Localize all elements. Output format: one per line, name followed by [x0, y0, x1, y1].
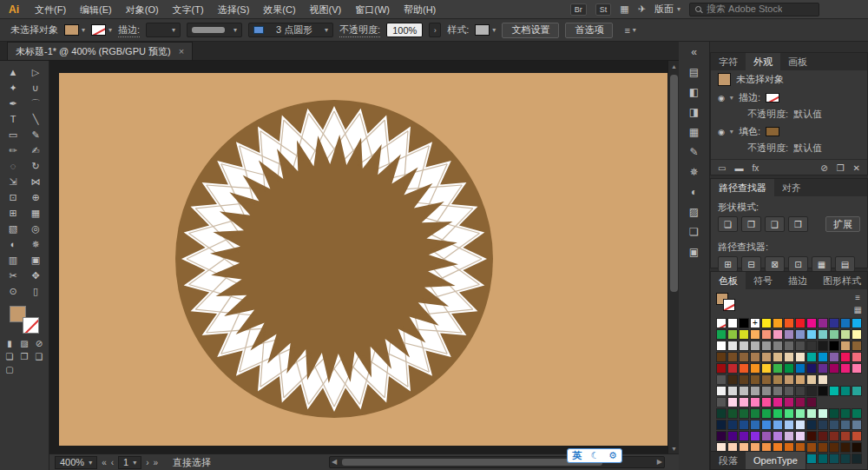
opacity-dropdown-button[interactable]: ›: [429, 23, 441, 37]
shaper-tool[interactable]: ✍: [24, 142, 47, 158]
swatch-b3b3b3[interactable]: [750, 341, 760, 351]
swatch-8393ca[interactable]: [795, 329, 806, 340]
swatch-ead1f5[interactable]: [795, 431, 806, 441]
swatch-000000[interactable]: [739, 318, 749, 328]
swatch-ffe81a[interactable]: [761, 318, 772, 328]
duplicate-item-icon[interactable]: ❐: [837, 163, 845, 173]
swatch-c4df9b[interactable]: [840, 329, 851, 340]
artboard[interactable]: [59, 73, 670, 446]
visibility-eye-icon[interactable]: ◉: [718, 94, 725, 103]
bridge-button[interactable]: Br: [570, 3, 587, 16]
swatch-b57edc[interactable]: [773, 431, 783, 441]
swatch-009245[interactable]: [784, 363, 794, 374]
tab-pathfinder[interactable]: 路径查找器: [711, 179, 774, 196]
swatch-d8d8d8[interactable]: [727, 386, 738, 396]
swatch-6dcff6[interactable]: [806, 329, 817, 340]
zoom-level-dropdown[interactable]: 400% ▾: [55, 456, 97, 469]
chevron-down-icon[interactable]: ▾: [730, 94, 733, 102]
rotate-tool[interactable]: ↻: [24, 158, 47, 174]
draw-behind-button[interactable]: ❐: [17, 350, 31, 362]
color-group-folder-icon[interactable]: [716, 397, 727, 407]
artboard-number-dropdown[interactable]: 1 ▾: [118, 456, 141, 469]
swatch-9e0b0f[interactable]: [716, 363, 727, 374]
swatch-f26d7d[interactable]: [852, 352, 862, 362]
tab-stroke[interactable]: 描边: [780, 272, 815, 289]
swatch-166534[interactable]: [739, 408, 749, 419]
magic-wand-tool[interactable]: ✦: [2, 80, 24, 96]
trim-button[interactable]: ⊟: [741, 256, 761, 272]
swatch-c49a6c[interactable]: [784, 374, 794, 385]
swatch-a3c7f4[interactable]: [784, 420, 794, 430]
swatch-a03b27[interactable]: [840, 431, 851, 441]
last-artboard-button[interactable]: »: [154, 458, 159, 467]
swatch-f2f2f2[interactable]: [716, 386, 727, 396]
opacity-panel-link[interactable]: 不透明度:: [339, 23, 380, 37]
swatch-00a99d[interactable]: [806, 352, 817, 362]
grid-view-icon[interactable]: ▦: [854, 305, 862, 314]
menu-effect[interactable]: 效果(C): [256, 0, 302, 19]
ime-settings-gear-icon[interactable]: ⚙: [608, 449, 617, 462]
swatches-panel-icon[interactable]: ▦: [689, 126, 699, 138]
mesh-tool[interactable]: ▦: [24, 205, 47, 221]
eyedropper-tool[interactable]: ◎: [24, 221, 47, 236]
swatch-cccccc[interactable]: [739, 341, 749, 351]
swatch-d2a46f[interactable]: [795, 374, 806, 385]
share-icon[interactable]: ✈: [638, 3, 646, 15]
swatch-16a34a[interactable]: [761, 408, 772, 419]
swatch-808080[interactable]: [773, 341, 783, 351]
next-artboard-button[interactable]: ›: [146, 458, 148, 467]
swatch-ff7fbf[interactable]: [750, 397, 760, 407]
tab-graphic-styles[interactable]: 图形样式: [815, 272, 868, 289]
swatch-26a69a[interactable]: [852, 386, 862, 396]
swatch-8b6334[interactable]: [761, 374, 772, 385]
workspace-switcher[interactable]: 版面 ▾: [654, 3, 681, 16]
tab-opentype[interactable]: OpenType: [746, 452, 806, 469]
artboard-tool[interactable]: ▣: [24, 252, 47, 268]
unite-button[interactable]: ❏: [718, 216, 738, 232]
screen-mode-button[interactable]: ▢: [3, 363, 16, 375]
swatch-ee1c25[interactable]: [795, 318, 806, 328]
horizontal-scroll-thumb[interactable]: [342, 459, 602, 466]
swatch-f4e3c9[interactable]: [795, 352, 806, 362]
tab-symbols[interactable]: 符号: [746, 272, 780, 289]
swatch-fff9ae[interactable]: [852, 329, 862, 340]
swatch-334e68[interactable]: [829, 420, 839, 430]
tab-close-icon[interactable]: ×: [179, 46, 184, 56]
swatch-2e3192[interactable]: [829, 318, 839, 328]
tab-swatches[interactable]: 色板: [711, 272, 746, 289]
swatch-15803d[interactable]: [750, 408, 760, 419]
eraser-tool[interactable]: ◌: [2, 158, 24, 174]
swatch-d2b4de[interactable]: [784, 431, 794, 441]
swatch-5f0a35[interactable]: [806, 397, 817, 407]
brush-definition-dropdown[interactable]: 3 点圆形 ▾: [248, 23, 333, 37]
stroke-none-swatch[interactable]: [766, 93, 779, 103]
tab-character[interactable]: 字符: [711, 53, 746, 70]
swatch-8a2be2[interactable]: [750, 431, 760, 441]
fill-attribute-label[interactable]: 填色:: [739, 125, 760, 138]
fill-attribute-row[interactable]: ◉ ▾ 填色:: [711, 122, 867, 141]
swatch-7b5527[interactable]: [750, 374, 760, 385]
swatch-243b53[interactable]: [818, 420, 828, 430]
swatch-1472bc[interactable]: [840, 318, 851, 328]
gradient-panel-icon[interactable]: ◐: [691, 186, 697, 198]
swatch-16262a[interactable]: [852, 453, 862, 464]
swatch-000000[interactable]: [829, 341, 839, 351]
swatch-ffcc29[interactable]: [761, 363, 772, 374]
zoom-tool[interactable]: ⊙: [2, 283, 24, 299]
list-view-icon[interactable]: ≡: [855, 293, 860, 302]
swatch-8c6239[interactable]: [739, 352, 749, 362]
pencil-tool[interactable]: ✏: [2, 142, 24, 158]
swatch-f8a01d[interactable]: [773, 318, 783, 328]
swatch-00b7a8[interactable]: [829, 386, 839, 396]
swatch-262626[interactable]: [806, 386, 817, 396]
artboards-panel-icon[interactable]: ▣: [689, 246, 699, 258]
stroke-weight-dropdown[interactable]: ▾: [146, 23, 181, 37]
swatch-ec0c8c[interactable]: [806, 318, 817, 328]
swatch-7f2a1d[interactable]: [829, 431, 839, 441]
swatch-3f8ae0[interactable]: [761, 420, 772, 430]
swatch-0093d0[interactable]: [818, 352, 828, 362]
swatch-86efac[interactable]: [795, 408, 806, 419]
swatch-603913[interactable]: [716, 352, 727, 362]
stock-button[interactable]: St: [595, 3, 612, 16]
lasso-tool[interactable]: ∪: [24, 80, 47, 96]
